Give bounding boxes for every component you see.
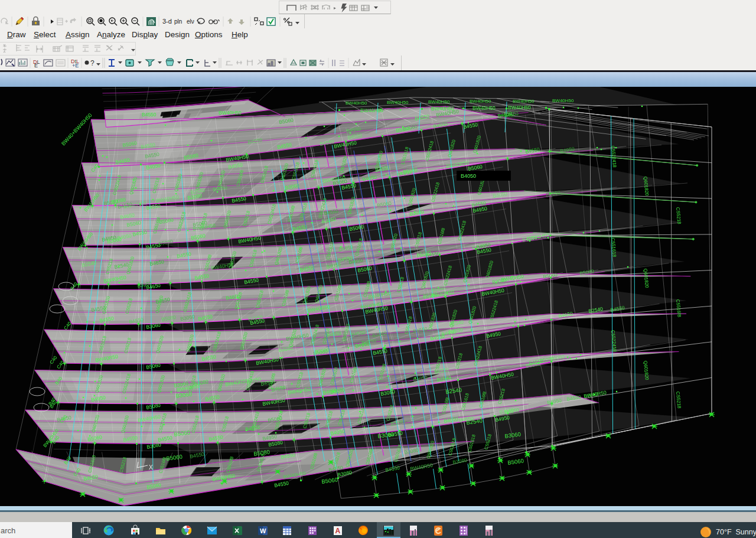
svg-text:BW40H50: BW40H50	[508, 105, 531, 110]
svg-text:BW40H50: BW40H50	[513, 99, 535, 104]
svg-text:BW40H50: BW40H50	[387, 100, 409, 105]
svg-text:3-d: 3-d	[162, 18, 172, 25]
svg-text:+E: +E	[72, 63, 79, 69]
svg-text:pln: pln	[174, 18, 182, 25]
svg-text:BW40H50: BW40H50	[219, 110, 242, 116]
svg-text:B4550: B4550	[142, 112, 157, 118]
svg-text:BW40H50: BW40H50	[431, 106, 454, 112]
svg-text:E: E	[34, 63, 38, 69]
svg-text:?: ?	[90, 59, 94, 67]
svg-text:BW40H50: BW40H50	[346, 100, 367, 106]
svg-text:W: W	[260, 527, 266, 534]
svg-text:BW40H50: BW40H50	[472, 105, 496, 111]
svg-text:B4050: B4050	[461, 173, 476, 179]
svg-text:BW40H50: BW40H50	[470, 99, 491, 104]
svg-text:elν: elν	[187, 18, 194, 25]
svg-text:BW40H50: BW40H50	[552, 98, 574, 103]
svg-text:X: X	[149, 464, 153, 471]
svg-text:A: A	[335, 527, 341, 535]
svg-text:BW40H50: BW40H50	[428, 99, 450, 105]
